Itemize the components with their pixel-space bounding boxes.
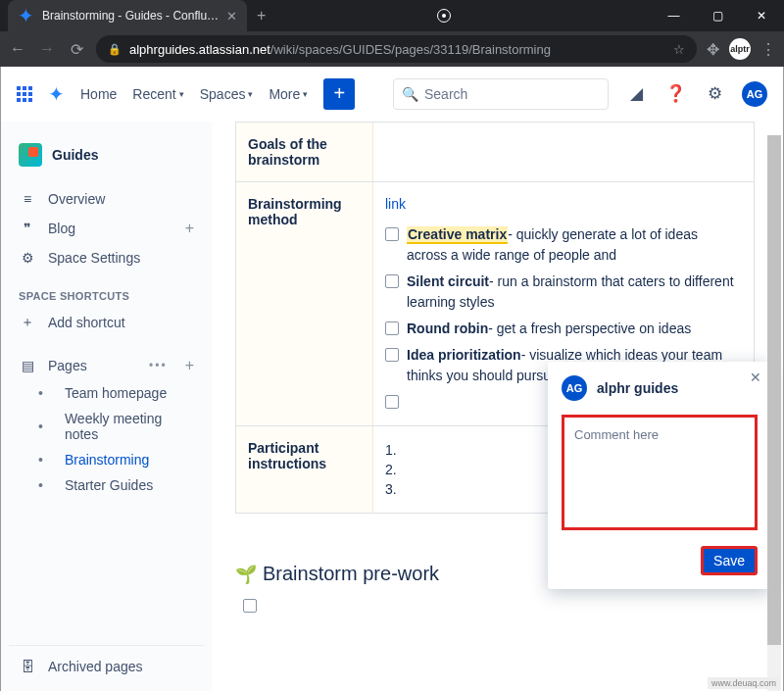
settings-icon[interactable]: ⚙ — [703, 83, 726, 104]
notifications-icon[interactable]: ◢ — [624, 83, 648, 104]
checkbox[interactable] — [243, 599, 257, 613]
page-tree-item-active[interactable]: Brainstorming — [28, 447, 204, 472]
close-icon[interactable]: ✕ — [750, 370, 761, 385]
plus-icon: ＋ — [19, 314, 36, 331]
browser-menu-icon[interactable]: ⋮ — [760, 40, 776, 59]
search-placeholder: Search — [424, 86, 467, 102]
nav-home[interactable]: Home — [80, 86, 117, 102]
comment-author: AG alphr guides — [562, 375, 758, 401]
forward-button[interactable]: → — [37, 40, 57, 58]
more-icon[interactable]: ••• — [149, 359, 168, 372]
row-label: Goals of the brainstorm — [236, 123, 373, 182]
checkbox[interactable] — [385, 227, 399, 241]
space-name: Guides — [52, 147, 98, 163]
search-input[interactable]: 🔍 Search — [393, 78, 609, 110]
page-tree-item[interactable]: Starter Guides — [28, 472, 204, 498]
profile-avatar[interactable]: alptr — [729, 38, 751, 60]
add-page-icon[interactable]: + — [185, 357, 194, 374]
close-window-button[interactable]: ✕ — [740, 0, 784, 31]
bookmark-icon[interactable]: ☆ — [673, 42, 685, 57]
search-icon: 🔍 — [402, 86, 418, 102]
scrollbar[interactable] — [767, 135, 781, 691]
reload-button[interactable]: ⟳ — [67, 40, 86, 59]
seedling-icon: 🌱 — [235, 564, 257, 585]
sidebar-add-shortcut[interactable]: ＋Add shortcut — [9, 308, 204, 337]
main-content: Goals of the brainstorm Brainstorming me… — [212, 122, 783, 691]
method-link[interactable]: link — [385, 196, 406, 212]
create-button[interactable]: + — [323, 78, 355, 110]
address-bar[interactable]: 🔒 alphrguides.atlassian.net/wiki/spaces/… — [96, 35, 697, 63]
space-icon — [19, 143, 42, 167]
space-header[interactable]: Guides — [9, 133, 204, 184]
add-icon[interactable]: + — [185, 220, 194, 237]
cell[interactable] — [373, 123, 755, 182]
url-host: alphrguides.atlassian.net — [129, 42, 270, 57]
blog-icon: ❞ — [19, 220, 36, 237]
avatar: AG — [562, 375, 587, 401]
app-topnav: ✦ Home Recent▾ Spaces▾ More▾ + 🔍 Search … — [1, 67, 783, 122]
checkbox[interactable] — [385, 274, 399, 288]
archive-icon: 🗄 — [19, 658, 36, 675]
overview-icon: ≡ — [19, 190, 36, 208]
highlighted-text: Creative matrix — [407, 226, 508, 244]
app-switcher-icon[interactable] — [17, 86, 32, 102]
lock-icon: 🔒 — [108, 43, 122, 56]
maximize-button[interactable]: ▢ — [696, 0, 740, 31]
chevron-down-icon: ▾ — [303, 89, 308, 99]
sidebar-archived[interactable]: 🗄Archived pages — [9, 652, 204, 681]
new-tab-button[interactable]: + — [247, 7, 275, 25]
recording-indicator-icon[interactable] — [437, 9, 451, 23]
tab-title: Brainstorming - Guides - Conflu… — [42, 9, 219, 23]
sidebar-blog[interactable]: ❞Blog+ — [9, 214, 204, 243]
row-label: Participant instructions — [236, 426, 373, 514]
help-icon[interactable]: ❓ — [663, 83, 687, 104]
shortcuts-label: SPACE SHORTCUTS — [9, 272, 204, 308]
checklist-item[interactable]: Creative matrix- quickly generate a lot … — [385, 222, 742, 269]
window-titlebar: ✦ Brainstorming - Guides - Conflu… ✕ + —… — [0, 0, 784, 31]
user-avatar[interactable]: AG — [742, 81, 767, 107]
watermark: www.deuaq.com — [708, 677, 780, 689]
url-path: /wiki/spaces/GUIDES/pages/33119/Brainsto… — [270, 42, 551, 57]
chevron-down-icon: ▾ — [248, 89, 253, 99]
back-button[interactable]: ← — [8, 40, 27, 58]
sidebar-overview[interactable]: ≡Overview — [9, 184, 204, 214]
checkbox[interactable] — [385, 395, 399, 409]
nav-recent[interactable]: Recent▾ — [132, 86, 183, 102]
save-button[interactable]: Save — [701, 546, 758, 575]
row-label: Brainstorming method — [236, 182, 373, 426]
page-tree-item[interactable]: Weekly meeting notes — [28, 406, 204, 447]
page-tree-item[interactable]: Team homepage — [28, 380, 204, 406]
chevron-down-icon: ▾ — [179, 89, 184, 99]
extensions-icon[interactable]: ✥ — [707, 40, 719, 59]
author-name: alphr guides — [597, 380, 678, 396]
pages-icon: ▤ — [19, 357, 36, 374]
checkbox[interactable] — [385, 321, 399, 335]
close-tab-icon[interactable]: ✕ — [226, 9, 237, 24]
checklist-item[interactable]: Round robin- get a fresh perspective on … — [385, 316, 742, 342]
sidebar-pages[interactable]: ▤Pages•••+ — [9, 351, 204, 380]
minimize-button[interactable]: — — [652, 0, 696, 31]
nav-spaces[interactable]: Spaces▾ — [200, 86, 254, 102]
comment-textarea[interactable] — [562, 415, 758, 530]
scrollbar-thumb[interactable] — [767, 135, 781, 645]
sidebar-space-settings[interactable]: ⚙Space Settings — [9, 243, 204, 272]
gear-icon: ⚙ — [19, 249, 36, 267]
checkbox[interactable] — [385, 348, 399, 362]
browser-tab[interactable]: ✦ Brainstorming - Guides - Conflu… ✕ — [8, 0, 247, 31]
comment-popup: ✕ AG alphr guides Save — [548, 362, 771, 589]
sidebar: Guides ≡Overview ❞Blog+ ⚙Space Settings … — [1, 122, 212, 691]
browser-toolbar: ← → ⟳ 🔒 alphrguides.atlassian.net/wiki/s… — [0, 31, 784, 67]
confluence-icon: ✦ — [18, 4, 34, 27]
nav-more[interactable]: More▾ — [269, 86, 308, 102]
checklist-item[interactable]: Silent circuit- run a brainstorm that ca… — [385, 269, 742, 316]
confluence-logo-icon[interactable]: ✦ — [48, 82, 65, 106]
